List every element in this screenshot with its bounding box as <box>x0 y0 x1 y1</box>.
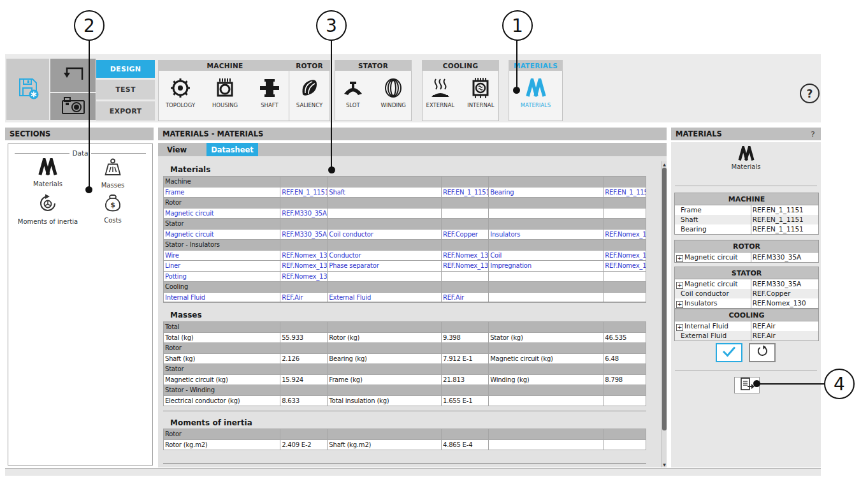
app-window: DESIGN TEST EXPORT MACHINE <box>5 54 821 476</box>
toolbar-item-slot[interactable]: SLOT <box>335 71 371 121</box>
panel-value-cell[interactable]: REF.Nomex_130 <box>751 298 818 309</box>
scrollbar-thumb[interactable] <box>662 168 667 430</box>
status-strip <box>5 468 821 476</box>
reset-button[interactable] <box>749 343 776 362</box>
vertical-scrollbar[interactable]: ▲ ▼ <box>661 161 667 467</box>
toolbar-item-shaft[interactable]: SHAFT <box>250 71 289 121</box>
section-label-cell: Stator <box>164 219 280 230</box>
label-cell[interactable]: Magnetic circuit <box>164 229 280 240</box>
panel-value-cell[interactable]: REF.Copper <box>751 289 818 298</box>
tab-design[interactable]: DESIGN <box>96 60 155 78</box>
sidebar-item-costs[interactable]: $ Costs <box>80 193 146 224</box>
label-cell[interactable]: Potting <box>164 271 280 282</box>
label-cell[interactable]: Phase separator <box>328 261 442 272</box>
label-cell[interactable]: Insulators <box>489 229 604 240</box>
value-cell[interactable]: REF.EN_1_1151 <box>604 187 646 198</box>
value-cell: 8.633 <box>280 395 328 406</box>
reset-icon <box>756 345 769 360</box>
label-cell[interactable]: Conductor <box>328 250 442 261</box>
section-label-cell: Machine <box>164 177 280 187</box>
label-cell[interactable]: Liner <box>164 261 280 272</box>
tab-datasheet[interactable]: Datasheet <box>206 143 258 156</box>
main-tabstrip: View Datasheet <box>158 143 667 156</box>
panel-value-cell[interactable]: REF.EN_1_1151 <box>751 224 818 235</box>
value-cell[interactable]: REF.Nomex_130 <box>280 250 328 261</box>
materials-icon <box>526 76 546 100</box>
tab-view[interactable]: View <box>158 143 203 156</box>
panel-table-row: ShaftREF.EN_1_1151 <box>675 215 819 224</box>
scroll-up-icon[interactable]: ▲ <box>662 161 667 167</box>
value-cell[interactable]: REF.Copper <box>442 229 489 240</box>
empty-cell <box>280 240 328 251</box>
toolbar-item-topology[interactable]: TOPOLOGY <box>161 71 200 121</box>
rotor-table: ROTOR+Magnetic circuitREF.M330_35A <box>674 240 819 263</box>
value-cell[interactable]: REF.Nomex_130 <box>442 250 489 261</box>
value-cell[interactable]: REF.Nomex_130 <box>280 271 328 282</box>
toolbar-item-winding[interactable]: WINDING <box>376 71 412 121</box>
table-section-row: Total <box>164 322 646 333</box>
panel-value-cell[interactable]: REF.Air <box>751 331 818 341</box>
sidebar-item-moments-of-inertia[interactable]: Moments of inertia <box>15 193 81 225</box>
empty-cell <box>328 198 442 209</box>
scroll-down-icon[interactable]: ▼ <box>662 462 667 467</box>
tab-test[interactable]: TEST <box>96 80 155 99</box>
label-cell[interactable]: Bearing <box>489 187 604 198</box>
expand-icon[interactable]: + <box>676 301 683 308</box>
empty-cell <box>604 282 646 293</box>
expand-icon[interactable]: + <box>676 255 683 262</box>
value-cell <box>604 395 646 406</box>
empty-cell <box>489 322 604 333</box>
toolbar-item-housing[interactable]: HOUSING <box>205 71 245 121</box>
panel-value-cell[interactable]: REF.EN_1_1151 <box>751 215 818 224</box>
toolbar-item-saliency[interactable]: SALIENCY <box>290 71 329 121</box>
tab-export[interactable]: EXPORT <box>96 101 155 121</box>
value-cell[interactable]: REF.EN_1_1151 <box>280 187 328 198</box>
panel-table-row: +Magnetic circuitREF.M330_35A <box>675 253 819 263</box>
section-label-cell: Stator - Winding <box>164 385 280 396</box>
label-cell[interactable]: Wire <box>164 250 280 261</box>
panel-help-icon[interactable]: ? <box>811 129 815 139</box>
empty-cell <box>328 343 442 354</box>
value-cell[interactable]: REF.Nomex_130 <box>604 250 646 261</box>
expand-icon[interactable]: + <box>676 282 683 289</box>
panel-value-cell[interactable]: REF.M330_35A <box>751 253 818 263</box>
toolbar-item-label: INTERNAL <box>467 102 494 108</box>
empty-cell <box>328 177 442 187</box>
panel-label-cell: +Magnetic circuit <box>675 253 751 263</box>
save-button[interactable] <box>6 59 49 120</box>
toolbar-item-materials[interactable]: MATERIALS <box>516 71 556 121</box>
panel-value-cell[interactable]: REF.EN_1_1151 <box>751 205 818 216</box>
value-cell[interactable]: REF.Nomex_130 <box>280 261 328 272</box>
toolbar-item-label: MATERIALS <box>521 102 551 108</box>
table-row: Electrical conductor (kg)8.633Total insu… <box>164 395 646 406</box>
expand-icon[interactable]: + <box>676 324 683 331</box>
label-cell[interactable]: Coil <box>489 250 604 261</box>
label-cell[interactable]: Coil conductor <box>328 229 442 240</box>
materials-panel: Materials MACHINEFrameREF.EN_1_1151Shaft… <box>671 142 821 467</box>
value-cell[interactable]: REF.EN_1_1151 <box>442 187 489 198</box>
panel-table-row: BearingREF.EN_1_1151 <box>675 224 819 235</box>
label-cell[interactable]: Impregnation <box>489 261 604 272</box>
value-cell[interactable]: REF.M330_35A <box>280 208 328 219</box>
empty-cell <box>604 198 646 209</box>
label-cell[interactable]: Magnetic circuit <box>164 208 280 219</box>
value-cell[interactable]: REF.Nomex_130 <box>442 261 489 272</box>
export-icon <box>739 377 755 393</box>
panel-value-cell[interactable]: REF.M330_35A <box>751 279 818 290</box>
panel-value-cell[interactable]: REF.Air <box>751 321 818 332</box>
sidebar-item-materials[interactable]: Materials <box>15 158 81 187</box>
callout-2: 2 <box>74 10 105 41</box>
value-cell: 46.535 <box>604 332 646 343</box>
label-cell[interactable]: Frame <box>164 187 280 198</box>
label-cell[interactable]: Shaft <box>328 187 442 198</box>
housing-icon <box>215 76 235 100</box>
apply-button[interactable] <box>716 343 742 362</box>
help-icon[interactable]: ? <box>800 84 820 103</box>
toolbar-item-external-cooling[interactable]: EXTERNAL <box>423 71 458 121</box>
value-cell[interactable]: REF.M330_35A <box>280 229 328 240</box>
toolbar-item-internal-cooling[interactable]: INTERNAL <box>463 71 499 121</box>
table-section-row: Stator - Insulators <box>164 240 646 251</box>
value-cell[interactable]: REF.Nomex_130 <box>604 229 646 240</box>
sidebar-item-label: Materials <box>15 180 81 187</box>
value-cell[interactable]: REF.Nomex_130 <box>604 261 646 272</box>
